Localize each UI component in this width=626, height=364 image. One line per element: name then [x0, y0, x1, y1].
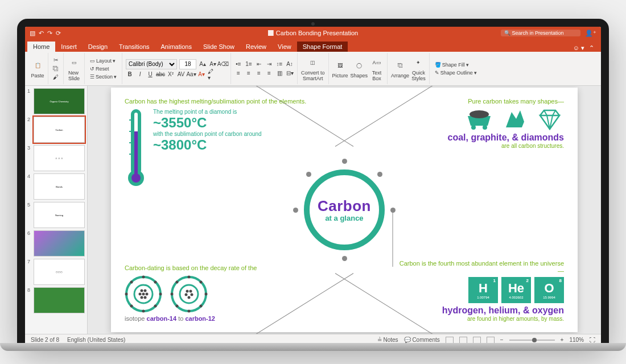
svg-point-23	[125, 293, 128, 296]
sorter-view-icon[interactable]	[459, 337, 467, 344]
tab-review[interactable]: Review	[240, 42, 272, 52]
bullets-icon[interactable]: •≡	[234, 60, 242, 68]
slide-canvas[interactable]: Carbon at a glance Carbon has the highes…	[88, 86, 601, 334]
columns-icon[interactable]: ▥	[275, 69, 283, 77]
tab-insert[interactable]: Insert	[55, 42, 83, 52]
save-icon[interactable]: ▧	[30, 30, 35, 37]
superscript-icon[interactable]: X²	[167, 71, 175, 78]
change-case-icon[interactable]: Aa▾	[187, 71, 195, 78]
indent-right-icon[interactable]: ⇥	[265, 60, 273, 68]
slide-panel[interactable]: 1Organic Chemistry 2Carbon 3⚛ ⚛ ⚛ 4Bonds…	[25, 86, 88, 334]
numbering-icon[interactable]: 1≡	[245, 60, 253, 68]
zoom-level[interactable]: 110%	[569, 337, 584, 343]
align-right-icon[interactable]: ≡	[255, 69, 263, 77]
normal-view-icon[interactable]	[446, 337, 454, 344]
comments-button[interactable]: 💬 Comments	[404, 337, 440, 343]
convert-smartart-button[interactable]: ◫ Convert to SmartArt	[301, 56, 325, 81]
document-title: Carbon Bonding Presentation	[268, 30, 358, 36]
copy-icon[interactable]: ⿻	[52, 65, 60, 73]
zoom-out-icon[interactable]: −	[500, 337, 504, 343]
font-color-icon[interactable]: A▾	[197, 71, 205, 78]
textbox-button[interactable]: A▭Text Box	[370, 56, 384, 81]
tab-view[interactable]: View	[272, 42, 297, 52]
svg-point-43	[200, 305, 203, 308]
bold-button[interactable]: B	[126, 71, 134, 78]
indent-left-icon[interactable]: ⇤	[255, 60, 263, 68]
element-h: 1H1.00794	[468, 277, 498, 303]
svg-point-10	[483, 125, 487, 130]
carbon-14-icon	[125, 275, 162, 315]
shape-outline-button[interactable]: ✎ Shape Outline ▾	[433, 69, 479, 76]
italic-button[interactable]: I	[136, 71, 144, 78]
shapes-button[interactable]: ◯Shapes	[351, 59, 368, 78]
repeat-icon[interactable]: ⟳	[56, 30, 61, 37]
underline-button[interactable]: U	[146, 71, 154, 78]
line-spacing-icon[interactable]: ↕≡	[275, 60, 283, 68]
svg-point-36	[188, 276, 191, 279]
increase-font-icon[interactable]: A▴	[199, 60, 207, 68]
text-direction-icon[interactable]: A↕	[286, 60, 294, 68]
align-left-icon[interactable]: ≡	[234, 69, 242, 77]
justify-icon[interactable]: ≡	[265, 69, 273, 77]
strike-button[interactable]: abc	[156, 71, 164, 78]
svg-point-19	[141, 296, 143, 299]
slide-position[interactable]: Slide 2 of 8	[31, 337, 59, 343]
cut-icon[interactable]: ✂	[52, 56, 60, 64]
tab-transitions[interactable]: Transitions	[113, 42, 155, 52]
font-size-input[interactable]	[179, 59, 196, 69]
svg-point-39	[205, 293, 208, 296]
decrease-font-icon[interactable]: A▾	[209, 60, 217, 68]
character-spacing-icon[interactable]: AV	[177, 71, 185, 78]
search-input[interactable]: 🔍 Search in Presentation	[501, 30, 580, 36]
highlight-icon[interactable]: 🖍▾	[208, 71, 216, 78]
align-center-icon[interactable]: ≡	[245, 69, 253, 77]
shape-fill-button[interactable]: 🪣 Shape Fill ▾	[433, 61, 479, 68]
format-painter-icon[interactable]: 🖌	[52, 73, 60, 81]
new-slide-button[interactable]: ▭ New Slide	[67, 56, 81, 81]
redo-icon[interactable]: ↷	[47, 30, 52, 37]
thumbnail-4[interactable]: Bonds	[34, 173, 85, 200]
tab-design[interactable]: Design	[83, 42, 113, 52]
quadrant-melting: Carbon has the highest melting/sublimati…	[125, 98, 318, 188]
svg-point-25	[130, 281, 133, 284]
quick-styles-button[interactable]: ✦Quick Styles	[411, 56, 426, 81]
svg-point-28	[154, 305, 157, 308]
zoom-slider[interactable]	[509, 340, 555, 341]
section-button[interactable]: ☰ Section ▾	[88, 73, 118, 80]
thumbnail-1[interactable]: Organic Chemistry	[34, 88, 85, 114]
paste-button[interactable]: 📋 Paste	[31, 59, 44, 78]
collapse-ribbon-icon[interactable]: ⌃	[589, 44, 594, 52]
svg-point-33	[185, 293, 188, 296]
tab-slideshow[interactable]: Slide Show	[197, 42, 240, 52]
fit-window-icon[interactable]: ⛶	[590, 337, 595, 343]
tab-home[interactable]: Home	[27, 42, 55, 52]
align-text-icon[interactable]: ⊟▾	[286, 69, 294, 77]
slide-subtitle: at a glance	[325, 214, 363, 222]
share-icon[interactable]: 👤⁺	[585, 30, 596, 37]
thumbnail-7[interactable]: ⬡⬡⬡	[34, 259, 85, 285]
svg-point-21	[142, 276, 145, 279]
reading-view-icon[interactable]	[473, 337, 481, 344]
thumbnail-2[interactable]: Carbon	[34, 117, 85, 143]
thumbnail-5[interactable]: Naming	[34, 202, 85, 228]
picture-button[interactable]: 🖼Picture	[332, 59, 348, 78]
feedback-icon[interactable]: ☺ ▾	[573, 44, 584, 52]
language-status[interactable]: English (United States)	[67, 337, 125, 343]
tab-shape-format[interactable]: Shape Format	[297, 42, 348, 52]
svg-point-37	[188, 310, 191, 313]
undo-icon[interactable]: ↶	[39, 30, 44, 37]
zoom-in-icon[interactable]: +	[561, 337, 564, 343]
reset-button[interactable]: ↺ Reset	[88, 65, 118, 72]
svg-point-35	[188, 296, 191, 299]
arrange-button[interactable]: ⿻Arrange	[391, 59, 409, 78]
layout-button[interactable]: ▭ Layout ▾	[88, 57, 118, 64]
tab-animations[interactable]: Animations	[155, 42, 197, 52]
thumbnail-6[interactable]	[34, 230, 85, 257]
thumbnail-3[interactable]: ⚛ ⚛ ⚛	[34, 145, 85, 171]
thumbnail-8[interactable]	[34, 287, 85, 313]
slideshow-view-icon[interactable]	[487, 337, 495, 344]
notes-button[interactable]: ≟ Notes	[377, 337, 398, 343]
ribbon-tabs: Home Insert Design Transitions Animation…	[25, 39, 601, 52]
font-name-select[interactable]: Calibri (Body)	[126, 59, 177, 69]
clear-format-icon[interactable]: A⌫	[219, 60, 227, 68]
